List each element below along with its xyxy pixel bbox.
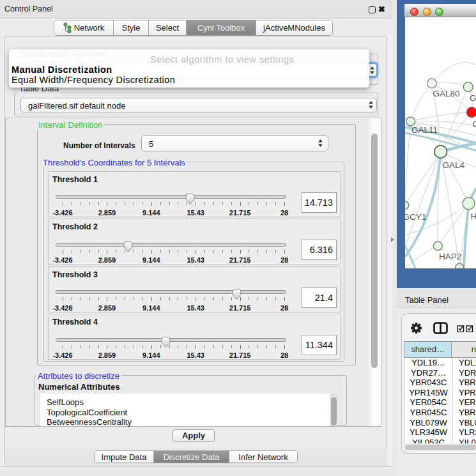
- svg-text:C: C: [473, 119, 476, 129]
- svg-text:GAL4: GAL4: [443, 160, 465, 170]
- svg-text:GCY1: GCY1: [405, 212, 426, 222]
- svg-text:GAL11: GAL11: [411, 125, 438, 135]
- svg-text:H: H: [471, 211, 476, 221]
- svg-text:HAP2: HAP2: [439, 252, 461, 261]
- svg-text:GAL80: GAL80: [433, 89, 460, 98]
- svg-text:GA: GA: [470, 93, 476, 103]
